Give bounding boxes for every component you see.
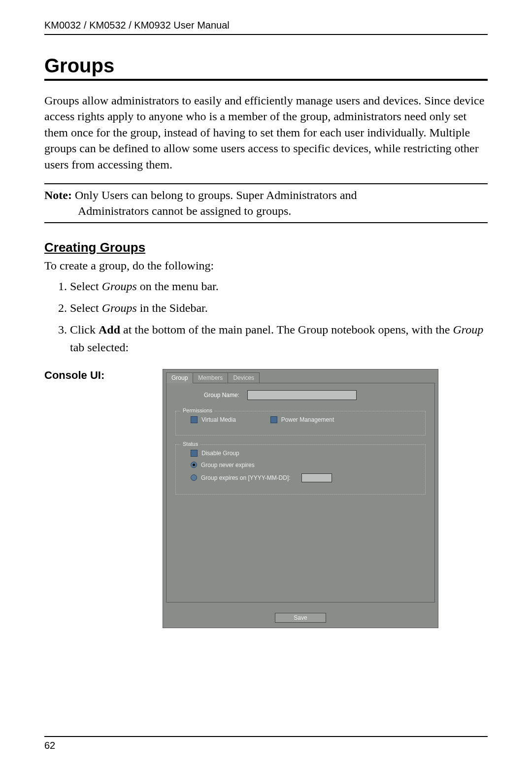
expires-on-label: Group expires on [YYYY-MM-DD]: <box>201 474 291 481</box>
subsection-heading: Creating Groups <box>44 240 488 255</box>
power-mgmt-label: Power Management <box>281 416 334 423</box>
step-3: Click Add at the bottom of the main pane… <box>70 321 488 356</box>
disable-group-checkbox[interactable]: Disable Group <box>191 450 419 457</box>
step-3-c: at the bottom of the main panel. The Gro… <box>120 323 453 336</box>
tab-group[interactable]: Group <box>166 372 193 383</box>
never-expires-label: Group never expires <box>201 462 255 469</box>
virtual-media-label: Virtual Media <box>201 416 236 423</box>
virtual-media-checkbox[interactable]: Virtual Media <box>191 416 236 423</box>
page-number: 62 <box>44 736 488 751</box>
note-block: Note: Only Users can belong to groups. S… <box>44 183 488 223</box>
step-1-italic: Groups <box>102 280 137 293</box>
power-management-checkbox[interactable]: Power Management <box>270 416 334 423</box>
note-line2: Administrators cannot be assigned to gro… <box>78 203 488 219</box>
step-1-a: Select <box>70 280 102 293</box>
permissions-title: Permissions <box>181 407 214 413</box>
checkbox-icon <box>270 416 277 423</box>
steps-list: Select Groups on the menu bar. Select Gr… <box>44 277 488 360</box>
step-3-italic: Group <box>453 323 483 336</box>
step-2-a: Select <box>70 302 102 314</box>
tab-row: Group Members Devices <box>163 369 438 383</box>
step-1-c: on the menu bar. <box>137 280 219 293</box>
group-name-label: Group Name: <box>195 392 239 399</box>
subsection-intro: To create a group, do the following: <box>44 259 488 272</box>
step-3-e: tab selected: <box>70 341 129 354</box>
permissions-fieldset: Permissions Virtual Media Power Manageme… <box>175 411 426 436</box>
page-title: Groups <box>44 55 488 81</box>
radio-selected-icon <box>191 462 197 468</box>
step-2-c: in the Sidebar. <box>137 302 208 314</box>
group-name-input[interactable] <box>247 390 357 400</box>
intro-paragraph: Groups allow administrators to easily an… <box>44 93 488 172</box>
expiry-date-input[interactable] <box>301 473 332 482</box>
step-3-bold: Add <box>99 323 120 336</box>
never-expires-radio[interactable]: Group never expires <box>191 462 419 469</box>
status-fieldset: Status Disable Group Group never expires <box>175 444 426 495</box>
console-ui-label: Console UI: <box>44 369 163 382</box>
expires-on-radio[interactable]: Group expires on [YYYY-MM-DD]: <box>191 473 419 482</box>
note-line1: Only Users can belong to groups. Super A… <box>75 189 357 201</box>
note-label: Note: <box>44 189 72 201</box>
radio-icon <box>191 474 197 481</box>
step-2-italic: Groups <box>102 302 137 314</box>
status-title: Status <box>181 441 200 447</box>
step-3-a: Click <box>70 323 99 336</box>
console-ui-screenshot: Group Members Devices Group Name: Permis… <box>163 369 438 628</box>
tab-devices[interactable]: Devices <box>228 372 260 383</box>
step-1: Select Groups on the menu bar. <box>70 277 488 295</box>
checkbox-icon <box>191 416 198 423</box>
running-header: KM0032 / KM0532 / KM0932 User Manual <box>44 20 488 35</box>
step-2: Select Groups in the Sidebar. <box>70 299 488 317</box>
tab-members[interactable]: Members <box>193 372 228 383</box>
save-button[interactable]: Save <box>275 613 326 623</box>
disable-group-label: Disable Group <box>201 450 239 457</box>
checkbox-icon <box>191 450 198 457</box>
